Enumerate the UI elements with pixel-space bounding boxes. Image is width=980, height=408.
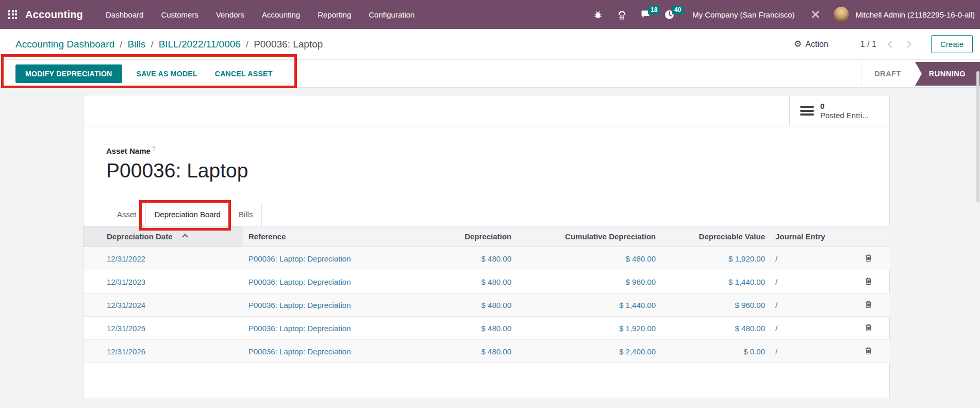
title-block: Asset Name? P00036: Laptop [84,126,889,183]
user-menu[interactable]: Mitchell Admin (21182295-16-0-all) [855,10,975,19]
scrollbar-thumb[interactable] [976,71,979,203]
breadcrumb-current: P00036: Laptop [254,39,323,50]
cell-cumulative-depreciation: $ 480.00 [517,247,661,270]
cancel-asset-button[interactable]: CANCEL ASSET [212,64,276,83]
navbar-left: Accounting Dashboard Customers Vendors A… [8,9,414,21]
cell-depreciation: $ 480.00 [452,317,517,340]
state-running-active[interactable]: RUNNING [915,62,980,86]
trash-icon [865,277,872,285]
menu-item[interactable]: Vendors [216,10,244,19]
column-header-depreciation-date[interactable]: Depreciation Date [84,226,243,247]
breadcrumb-link-dashboard[interactable]: Accounting Dashboard [15,39,114,50]
activities-clock-icon[interactable]: 40 [663,9,675,20]
breadcrumb-separator: / [151,39,153,50]
state-draft[interactable]: DRAFT [861,62,915,86]
breadcrumb: Accounting Dashboard / Bills / BILL/2022… [15,39,323,50]
control-panel-right: ⚙ Action 1 / 1 Create [794,35,975,53]
tab-asset[interactable]: Asset [108,203,146,226]
delete-row-button[interactable] [863,276,873,288]
apps-grid-icon[interactable] [8,10,17,19]
app-name[interactable]: Accounting [25,9,83,21]
depreciation-row[interactable]: 12/31/2024 P00036: Laptop: Depreciation … [84,293,890,317]
cell-journal-entry: / [770,270,846,293]
cell-depreciable-value: $ 1,440.00 [661,270,770,293]
depreciation-row[interactable]: 12/31/2022 P00036: Laptop: Depreciation … [84,247,890,270]
depreciation-board-table: Depreciation Date Reference Depreciation… [84,226,890,364]
cell-cumulative-depreciation: $ 2,400.00 [517,340,661,363]
support-icon[interactable] [616,9,627,20]
tab-depreciation-board[interactable]: Depreciation Board [145,203,230,226]
trash-icon [865,300,872,308]
state-running-label: RUNNING [929,70,966,78]
action-menu-label: Action [805,40,828,49]
tab-bills[interactable]: Bills [229,203,262,226]
cell-journal-entry: / [770,293,846,317]
tools-icon[interactable] [810,9,821,20]
cell-journal-entry: / [770,340,846,363]
table-header: Depreciation Date Reference Depreciation… [84,226,890,247]
trash-icon [865,347,872,355]
column-header-reference[interactable]: Reference [243,226,452,247]
cell-reference: P00036: Laptop: Depreciation [243,270,452,293]
menu-item[interactable]: Dashboard [106,10,143,19]
company-switcher[interactable]: My Company (San Francisco) [692,10,794,19]
pager-previous-icon[interactable] [888,40,895,47]
navbar-right: 18 40 My Company (San Francisco) Mitchel… [592,7,975,22]
column-header-depreciable-value[interactable]: Depreciable Value [661,226,770,247]
control-panel: Accounting Dashboard / Bills / BILL/2022… [0,29,980,59]
breadcrumb-link-bill-number[interactable]: BILL/2022/11/0006 [159,39,241,50]
cell-journal-entry: / [770,247,846,270]
form-sheet: 0 Posted Entri... Asset Name? P00036: La… [83,95,890,398]
depreciation-row[interactable]: 12/31/2023 P00036: Laptop: Depreciation … [84,270,890,293]
trash-icon [865,254,872,262]
depreciation-row[interactable]: 12/31/2025 P00036: Laptop: Depreciation … [84,317,890,340]
cell-depreciable-value: $ 480.00 [661,317,770,340]
odoo-accounting-asset-page: Accounting Dashboard Customers Vendors A… [0,0,980,408]
create-button[interactable]: Create [931,35,973,53]
breadcrumb-link-bills[interactable]: Bills [128,39,146,50]
cell-reference: P00036: Laptop: Depreciation [243,293,452,317]
column-header-depreciation[interactable]: Depreciation [452,226,517,247]
modify-depreciation-button[interactable]: MODIFY DEPRECIATION [15,64,122,83]
cell-depreciation-date: 12/31/2023 [84,270,243,293]
depreciation-row[interactable]: 12/31/2026 P00036: Laptop: Depreciation … [84,340,890,363]
cell-depreciation-date: 12/31/2026 [84,340,243,363]
cell-cumulative-depreciation: $ 1,440.00 [517,293,661,317]
cell-depreciation-date: 12/31/2022 [84,247,243,270]
menu-item[interactable]: Customers [161,10,198,19]
action-menu-button[interactable]: ⚙ Action [794,40,828,49]
posted-entries-label: Posted Entri... [820,111,869,120]
asset-title: P00036: Laptop [106,159,889,183]
bug-icon[interactable] [592,9,604,20]
pager-next-icon[interactable] [904,40,911,47]
table-body: 12/31/2022 P00036: Laptop: Depreciation … [84,247,890,363]
delete-row-button[interactable] [863,322,873,334]
user-avatar[interactable] [834,7,849,22]
breadcrumb-separator: / [246,39,248,50]
pager-buttons [889,42,910,47]
statusbar-buttons: MODIFY DEPRECIATION SAVE AS MODEL CANCEL… [15,64,276,83]
delete-row-button[interactable] [863,299,873,311]
save-as-model-button[interactable]: SAVE AS MODEL [134,64,201,83]
column-header-actions [846,226,890,247]
help-marker: ? [152,145,155,152]
cell-journal-entry: / [770,317,846,340]
cell-reference: P00036: Laptop: Depreciation [243,317,452,340]
posted-entries-button[interactable]: 0 Posted Entri... [789,95,889,126]
cell-cumulative-depreciation: $ 960.00 [517,270,661,293]
journal-entries-bars-icon [800,106,814,116]
state-statusbar: DRAFT RUNNING [861,62,980,86]
menu-item[interactable]: Configuration [369,10,414,19]
status-arrow-icon [915,62,922,86]
menu-item[interactable]: Reporting [318,10,351,19]
delete-row-button[interactable] [863,346,873,357]
column-header-journal-entry[interactable]: Journal Entry [770,226,846,247]
messages-icon[interactable]: 18 [640,9,651,20]
cell-depreciation-date: 12/31/2025 [84,317,243,340]
asset-name-field-label: Asset Name [106,146,151,155]
menu-item[interactable]: Accounting [262,10,300,19]
cell-depreciation: $ 480.00 [452,270,517,293]
delete-row-button[interactable] [863,253,873,265]
cell-cumulative-depreciation: $ 1,920.00 [517,317,661,340]
column-header-cumulative-depreciation[interactable]: Cumulative Depreciation [517,226,661,247]
